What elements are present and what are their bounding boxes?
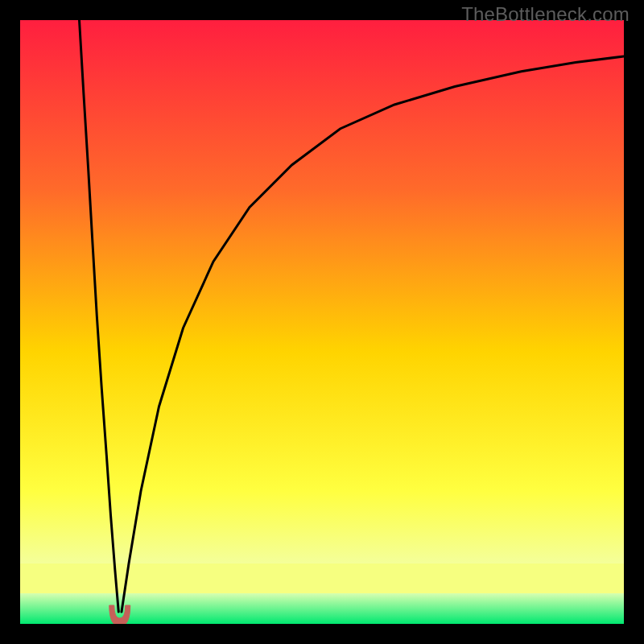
- plot-area: [20, 20, 624, 624]
- chart-frame: TheBottleneck.com: [0, 0, 644, 644]
- watermark-text: TheBottleneck.com: [461, 3, 630, 26]
- gradient-background: [20, 20, 624, 624]
